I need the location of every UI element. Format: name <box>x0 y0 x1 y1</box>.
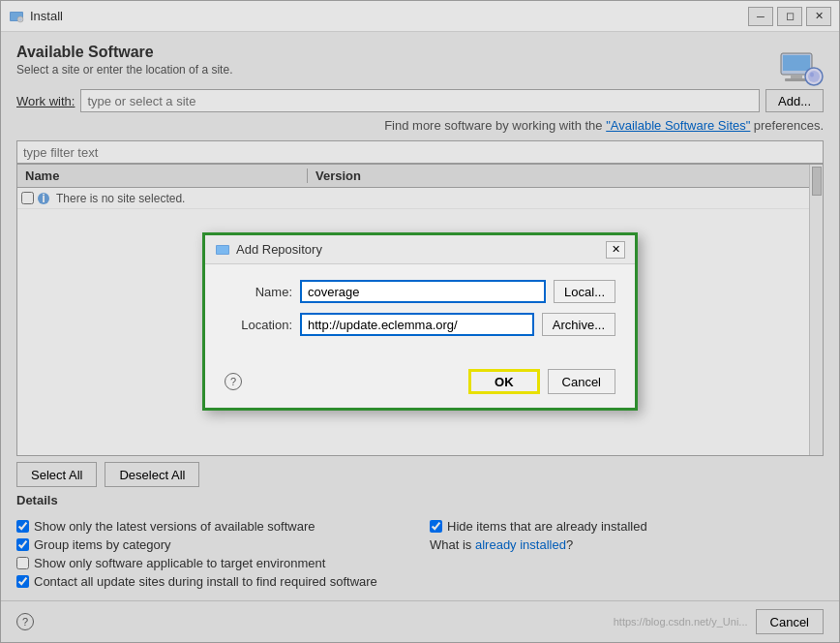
modal-name-label: Name: <box>225 285 292 299</box>
add-repository-dialog: Add Repository ✕ Name: Local... Location… <box>202 232 638 411</box>
modal-cancel-button[interactable]: Cancel <box>548 369 615 394</box>
local-button[interactable]: Local... <box>554 280 615 303</box>
modal-footer: ? OK Cancel <box>205 361 635 408</box>
modal-action-buttons: OK Cancel <box>468 369 615 394</box>
modal-name-row: Name: Local... <box>225 280 615 303</box>
modal-location-label: Location: <box>225 318 292 332</box>
ok-button[interactable]: OK <box>468 369 540 394</box>
modal-location-row: Location: Archive... <box>225 313 615 336</box>
svg-rect-14 <box>217 246 228 254</box>
modal-title-bar: Add Repository ✕ <box>205 235 635 264</box>
modal-icon <box>215 242 230 258</box>
modal-help-icon[interactable]: ? <box>225 373 242 390</box>
main-window: Install ─ ◻ ✕ Available Software Select … <box>0 0 840 643</box>
modal-body: Name: Local... Location: Archive... <box>205 264 635 361</box>
archive-button[interactable]: Archive... <box>542 313 615 336</box>
modal-overlay: Add Repository ✕ Name: Local... Location… <box>1 1 839 642</box>
modal-close-button[interactable]: ✕ <box>606 241 625 259</box>
modal-location-input[interactable] <box>300 313 534 336</box>
modal-title: Add Repository <box>236 242 606 257</box>
modal-name-input[interactable] <box>300 280 546 303</box>
